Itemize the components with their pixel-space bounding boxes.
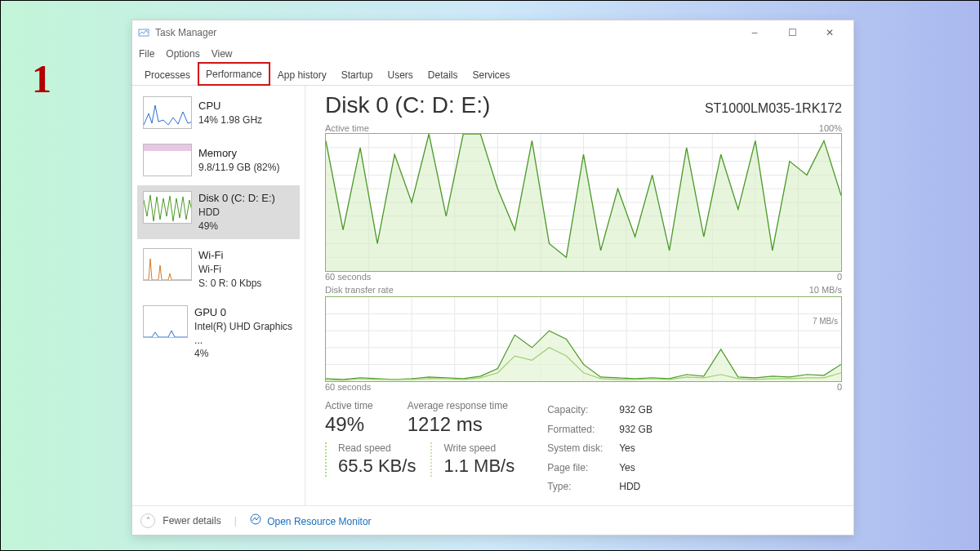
- sidebar-item-label: GPU 0: [194, 305, 294, 320]
- menu-view[interactable]: View: [212, 48, 233, 60]
- sidebar-item-cpu[interactable]: CPU 14% 1.98 GHz: [137, 91, 300, 135]
- chart2-second-right-label: 7 MB/s: [813, 317, 838, 326]
- sidebar-item-subtext: Wi-Fi: [198, 263, 261, 277]
- tab-row: Processes Performance App history Startu…: [132, 63, 853, 86]
- annotation-step-number: 1: [32, 56, 51, 101]
- window-title: Task Manager: [155, 27, 216, 38]
- tab-details[interactable]: Details: [421, 64, 466, 86]
- stat-read-label: Read speed: [338, 442, 416, 454]
- chart1-xright: 0: [837, 272, 842, 282]
- memory-thumb-icon: [143, 144, 192, 176]
- task-manager-window: Task Manager – ☐ ✕ File Options View Pro…: [131, 20, 854, 535]
- stats-row: Active time 49% Average response time 12…: [325, 400, 842, 498]
- disk-model: ST1000LM035-1RK172: [705, 101, 842, 116]
- info-type-value: HDD: [619, 478, 653, 496]
- stat-write-value: 1.1 MB/s: [443, 455, 514, 477]
- chevron-up-icon: ˄: [140, 513, 155, 528]
- info-sysdisk-label: System disk:: [547, 440, 617, 458]
- info-capacity-value: 932 GB: [619, 402, 653, 420]
- wifi-thumb-icon: [143, 248, 192, 281]
- sidebar: CPU 14% 1.98 GHz Memory 9.8/11.9 GB (82%…: [132, 86, 305, 505]
- chart2-label: Disk transfer rate: [325, 285, 394, 295]
- info-sysdisk-value: Yes: [619, 440, 653, 458]
- cpu-thumb-icon: [143, 96, 192, 129]
- active-time-chart: [325, 133, 842, 272]
- menubar: File Options View: [132, 45, 853, 63]
- sidebar-item-disk0[interactable]: Disk 0 (C: D: E:) HDD 49%: [137, 185, 300, 239]
- sidebar-item-subtext2: 49%: [198, 220, 275, 233]
- resource-monitor-icon: [250, 513, 261, 525]
- info-pagefile-value: Yes: [619, 460, 653, 478]
- info-formatted-value: 932 GB: [619, 421, 653, 439]
- fewer-details-button[interactable]: ˄ Fewer details: [140, 513, 221, 528]
- sidebar-item-label: Wi-Fi: [198, 248, 261, 263]
- sidebar-item-subtext: 14% 1.98 GHz: [198, 113, 262, 127]
- sidebar-item-label: CPU: [198, 99, 262, 113]
- titlebar[interactable]: Task Manager – ☐ ✕: [132, 20, 853, 45]
- sidebar-item-label: Disk 0 (C: D: E:): [198, 191, 275, 206]
- tab-performance[interactable]: Performance: [198, 62, 270, 86]
- fewer-details-label: Fewer details: [163, 514, 220, 526]
- sidebar-item-subtext2: 4%: [194, 347, 294, 361]
- main-panel: Disk 0 (C: D: E:) ST1000LM035-1RK172 Act…: [305, 86, 853, 505]
- tab-services[interactable]: Services: [466, 64, 518, 86]
- sidebar-item-wifi[interactable]: Wi-Fi Wi-Fi S: 0 R: 0 Kbps: [137, 242, 300, 296]
- resource-monitor-label: Open Resource Monitor: [267, 516, 371, 527]
- tab-users[interactable]: Users: [380, 64, 420, 86]
- disk-info-table: Capacity:932 GB Formatted:932 GB System …: [546, 400, 654, 498]
- svg-rect-0: [139, 29, 149, 36]
- menu-file[interactable]: File: [139, 48, 154, 60]
- chart2-right-label: 10 MB/s: [809, 285, 842, 295]
- gpu-thumb-icon: [143, 305, 188, 338]
- stat-avg-resp-value: 1212 ms: [408, 413, 508, 436]
- maximize-button[interactable]: ☐: [773, 21, 811, 44]
- transfer-rate-chart: 7 MB/s: [325, 296, 842, 382]
- chart1-label: Active time: [325, 123, 369, 133]
- stat-read-value: 65.5 KB/s: [338, 455, 416, 477]
- chart2-xright: 0: [837, 382, 842, 392]
- svg-rect-1: [144, 144, 192, 151]
- sidebar-item-memory[interactable]: Memory 9.8/11.9 GB (82%): [137, 138, 300, 182]
- sidebar-item-label: Memory: [198, 146, 279, 161]
- sidebar-item-subtext: 9.8/11.9 GB (82%): [198, 161, 279, 175]
- stat-active-time-label: Active time: [325, 400, 373, 411]
- tab-app-history[interactable]: App history: [270, 64, 334, 86]
- sidebar-item-gpu0[interactable]: GPU 0 Intel(R) UHD Graphics ... 4%: [137, 300, 300, 367]
- sidebar-item-subtext: HDD: [198, 206, 275, 220]
- app-icon: [137, 26, 150, 39]
- chart1-xleft: 60 seconds: [325, 272, 371, 282]
- info-pagefile-label: Page file:: [547, 460, 617, 478]
- menu-options[interactable]: Options: [166, 48, 199, 60]
- info-capacity-label: Capacity:: [547, 402, 617, 420]
- stat-avg-resp-label: Average response time: [408, 400, 508, 411]
- minimize-button[interactable]: –: [736, 21, 773, 44]
- chart1-right-label: 100%: [819, 123, 842, 133]
- disk-thumb-icon: [143, 191, 192, 224]
- info-type-label: Type:: [547, 478, 617, 496]
- sidebar-item-subtext2: S: 0 R: 0 Kbps: [198, 277, 261, 291]
- tab-startup[interactable]: Startup: [334, 64, 381, 86]
- stat-write-label: Write speed: [443, 442, 514, 454]
- open-resource-monitor-link[interactable]: Open Resource Monitor: [250, 513, 372, 527]
- stat-active-time-value: 49%: [325, 413, 373, 436]
- sidebar-item-subtext: Intel(R) UHD Graphics ...: [194, 320, 294, 348]
- close-button[interactable]: ✕: [811, 21, 849, 44]
- chart2-xleft: 60 seconds: [325, 382, 371, 392]
- tab-processes[interactable]: Processes: [137, 64, 198, 86]
- info-formatted-label: Formatted:: [547, 421, 617, 439]
- page-title: Disk 0 (C: D: E:): [325, 92, 490, 118]
- footer: ˄ Fewer details | Open Resource Monitor: [132, 505, 853, 535]
